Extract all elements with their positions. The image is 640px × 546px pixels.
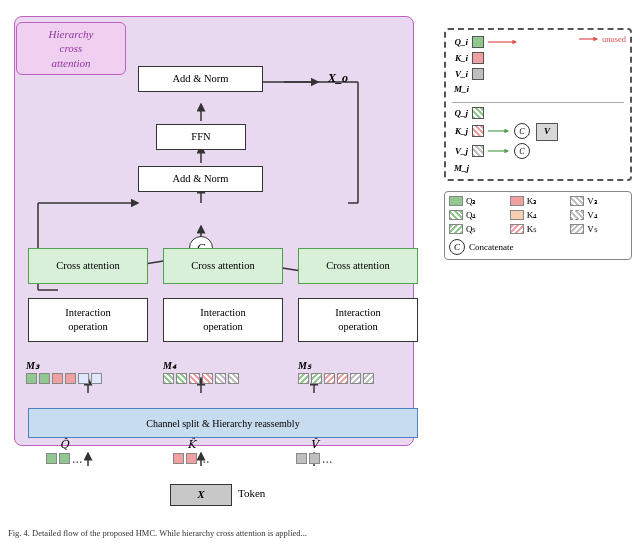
hca-label: Hierarchy cross attention — [16, 22, 126, 75]
cross-attention-2: Cross attention — [163, 248, 283, 284]
m4-label: M₄ — [163, 360, 239, 384]
vj-arrow-icon — [488, 147, 510, 155]
qi-sq — [472, 36, 484, 48]
legend-k3: K₃ — [510, 196, 567, 206]
left-diagram: Hierarchy cross attention — [8, 8, 438, 538]
legend-q5: Q₅ — [449, 224, 506, 234]
qj-label: Q_j — [452, 108, 468, 118]
interaction-3: Interaction operation — [298, 298, 418, 342]
j-group-row: Q_j K_j C — [452, 107, 624, 173]
vi-label: V_i — [452, 69, 468, 79]
token-label: Token — [238, 487, 265, 499]
mi-label: M_i — [454, 84, 624, 94]
legend-v4: V₄ — [570, 210, 627, 220]
interaction-2: Interaction operation — [163, 298, 283, 342]
cross-attention-1: Cross attention — [28, 248, 148, 284]
k-hat-group: K̂ ... — [173, 438, 210, 464]
detail-box: unused Q_i K_i — [444, 28, 632, 181]
x-token-box: X — [170, 484, 232, 506]
vi-sq — [472, 68, 484, 80]
legend-concat: C Concatenate — [449, 239, 627, 255]
m5-tokens — [298, 373, 374, 384]
v-hat-group: V̂ ... — [296, 438, 333, 464]
v-output-box: V — [536, 123, 558, 141]
mj-label: M_j — [454, 163, 530, 173]
qj-sq — [472, 107, 484, 119]
i-group: Q_i K_i V_i — [452, 36, 624, 94]
legend-box: Q₃ K₃ V₃ Q₄ K₄ — [444, 191, 632, 260]
vj-label: V_j — [452, 146, 468, 156]
legend-k5: K₅ — [510, 224, 567, 234]
vj-sq — [472, 145, 484, 157]
unused-arrow-icon — [579, 35, 599, 43]
main-container: Hierarchy cross attention — [0, 0, 640, 546]
qi-label: Q_i — [452, 37, 468, 47]
separator — [452, 102, 624, 103]
legend-v5: V₅ — [570, 224, 627, 234]
interaction-1: Interaction operation — [28, 298, 148, 342]
add-norm-mid: Add & Norm — [138, 166, 263, 192]
m3-tokens — [26, 373, 102, 384]
vj-concat-circle: C — [514, 143, 530, 159]
qi-arrow-icon — [488, 38, 518, 46]
add-norm-top: Add & Norm — [138, 66, 263, 92]
unused-label: unused — [579, 34, 626, 44]
legend-v3: V₃ — [570, 196, 627, 206]
kj-sq — [472, 125, 484, 137]
legend-q3: Q₃ — [449, 196, 506, 206]
kj-label: K_j — [452, 126, 468, 136]
xo-label: X_o — [328, 71, 348, 86]
m5-label: M₅ — [298, 360, 374, 384]
legend-grid: Q₃ K₃ V₃ Q₄ K₄ — [449, 196, 627, 236]
kj-concat-circle: C — [514, 123, 530, 139]
cross-attention-3: Cross attention — [298, 248, 418, 284]
legend-k4: K₄ — [510, 210, 567, 220]
ki-sq — [472, 52, 484, 64]
kj-arrow-icon — [488, 127, 510, 135]
m3-label: M₃ — [26, 360, 102, 384]
channel-split-box: Channel split & Hierarchy reassembly — [28, 408, 418, 438]
ki-label: K_i — [452, 53, 468, 63]
ffn-box: FFN — [156, 124, 246, 150]
legend-q4: Q₄ — [449, 210, 506, 220]
m4-tokens — [163, 373, 239, 384]
j-group: Q_j K_j C — [452, 107, 530, 173]
q-hat-group: Q̂ ... — [46, 438, 83, 464]
legend-concat-circle: C — [449, 239, 465, 255]
right-panel: unused Q_i K_i — [444, 8, 632, 538]
caption: Fig. 4. Detailed flow of the proposed HM… — [8, 528, 438, 538]
